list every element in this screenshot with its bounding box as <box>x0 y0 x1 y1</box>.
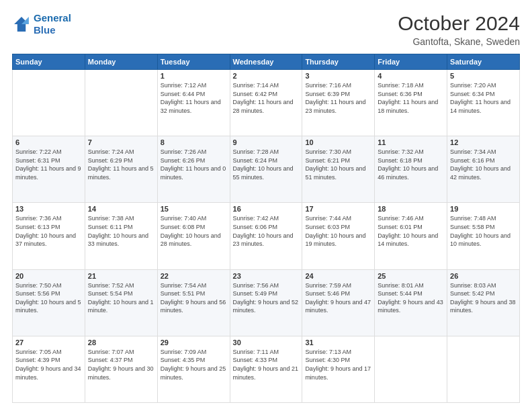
day-number: 8 <box>161 138 227 146</box>
day-cell: 18Sunrise: 7:46 AM Sunset: 6:01 PM Dayli… <box>375 203 447 269</box>
day-detail: Sunrise: 7:59 AM Sunset: 5:46 PM Dayligh… <box>305 281 371 315</box>
day-detail: Sunrise: 7:16 AM Sunset: 6:39 PM Dayligh… <box>305 81 371 115</box>
day-cell: 8Sunrise: 7:26 AM Sunset: 6:26 PM Daylig… <box>157 136 230 203</box>
day-number: 27 <box>15 338 82 347</box>
day-detail: Sunrise: 7:34 AM Sunset: 6:16 PM Dayligh… <box>450 148 517 181</box>
day-cell: 29Sunrise: 7:09 AM Sunset: 4:35 PM Dayli… <box>157 336 230 402</box>
day-number: 20 <box>15 272 82 280</box>
logo: General Blue <box>12 12 71 36</box>
day-detail: Sunrise: 7:14 AM Sunset: 6:42 PM Dayligh… <box>233 81 300 115</box>
day-detail: Sunrise: 7:12 AM Sunset: 6:44 PM Dayligh… <box>161 81 227 115</box>
logo-text: General Blue <box>34 12 71 36</box>
day-cell: 4Sunrise: 7:18 AM Sunset: 6:36 PM Daylig… <box>375 70 447 136</box>
day-detail: Sunrise: 7:26 AM Sunset: 6:26 PM Dayligh… <box>161 148 227 181</box>
day-detail: Sunrise: 7:18 AM Sunset: 6:36 PM Dayligh… <box>378 81 444 115</box>
day-number: 13 <box>15 205 82 213</box>
day-number: 12 <box>450 138 517 146</box>
day-cell <box>447 336 520 402</box>
day-cell: 24Sunrise: 7:59 AM Sunset: 5:46 PM Dayli… <box>302 269 375 336</box>
day-cell: 30Sunrise: 7:11 AM Sunset: 4:33 PM Dayli… <box>230 336 302 402</box>
day-detail: Sunrise: 7:20 AM Sunset: 6:34 PM Dayligh… <box>450 81 517 115</box>
day-detail: Sunrise: 7:54 AM Sunset: 5:51 PM Dayligh… <box>161 281 227 315</box>
day-number: 28 <box>88 338 154 347</box>
day-number: 10 <box>305 138 371 146</box>
day-cell: 16Sunrise: 7:42 AM Sunset: 6:06 PM Dayli… <box>230 203 302 269</box>
day-cell: 31Sunrise: 7:13 AM Sunset: 4:30 PM Dayli… <box>302 336 375 402</box>
day-cell: 6Sunrise: 7:22 AM Sunset: 6:31 PM Daylig… <box>13 136 85 203</box>
day-cell: 27Sunrise: 7:05 AM Sunset: 4:39 PM Dayli… <box>13 336 85 402</box>
day-cell: 15Sunrise: 7:40 AM Sunset: 6:08 PM Dayli… <box>157 203 230 269</box>
day-number: 22 <box>161 272 227 280</box>
day-detail: Sunrise: 7:52 AM Sunset: 5:54 PM Dayligh… <box>88 281 154 315</box>
day-detail: Sunrise: 7:24 AM Sunset: 6:29 PM Dayligh… <box>88 148 154 181</box>
day-cell: 2Sunrise: 7:14 AM Sunset: 6:42 PM Daylig… <box>230 70 302 136</box>
day-detail: Sunrise: 7:38 AM Sunset: 6:11 PM Dayligh… <box>88 214 154 248</box>
day-cell: 12Sunrise: 7:34 AM Sunset: 6:16 PM Dayli… <box>447 136 520 203</box>
week-row-5: 27Sunrise: 7:05 AM Sunset: 4:39 PM Dayli… <box>13 336 520 402</box>
col-tuesday: Tuesday <box>157 54 230 70</box>
day-cell: 5Sunrise: 7:20 AM Sunset: 6:34 PM Daylig… <box>447 70 520 136</box>
day-cell: 25Sunrise: 8:01 AM Sunset: 5:44 PM Dayli… <box>375 269 447 336</box>
day-cell: 11Sunrise: 7:32 AM Sunset: 6:18 PM Dayli… <box>375 136 447 203</box>
day-number: 4 <box>378 72 444 80</box>
page: General Blue October 2024 Gantofta, Skan… <box>0 0 532 411</box>
day-number: 1 <box>161 72 227 80</box>
day-detail: Sunrise: 7:36 AM Sunset: 6:13 PM Dayligh… <box>15 214 82 248</box>
week-row-1: 1Sunrise: 7:12 AM Sunset: 6:44 PM Daylig… <box>13 70 520 136</box>
day-number: 30 <box>233 338 300 347</box>
day-cell: 20Sunrise: 7:50 AM Sunset: 5:56 PM Dayli… <box>13 269 85 336</box>
day-detail: Sunrise: 7:22 AM Sunset: 6:31 PM Dayligh… <box>15 148 82 181</box>
day-number: 17 <box>305 205 371 213</box>
day-cell: 28Sunrise: 7:07 AM Sunset: 4:37 PM Dayli… <box>85 336 157 402</box>
week-row-3: 13Sunrise: 7:36 AM Sunset: 6:13 PM Dayli… <box>13 203 520 269</box>
day-cell: 3Sunrise: 7:16 AM Sunset: 6:39 PM Daylig… <box>302 70 375 136</box>
logo-icon <box>12 15 31 34</box>
day-detail: Sunrise: 7:32 AM Sunset: 6:18 PM Dayligh… <box>378 148 444 181</box>
day-cell: 23Sunrise: 7:56 AM Sunset: 5:49 PM Dayli… <box>230 269 302 336</box>
day-number: 18 <box>378 205 444 213</box>
day-cell <box>85 70 157 136</box>
day-number: 25 <box>378 272 444 280</box>
day-detail: Sunrise: 7:48 AM Sunset: 5:58 PM Dayligh… <box>450 214 517 248</box>
main-title: October 2024 <box>398 12 520 35</box>
day-number: 5 <box>450 72 517 80</box>
day-number: 26 <box>450 272 517 280</box>
day-cell: 9Sunrise: 7:28 AM Sunset: 6:24 PM Daylig… <box>230 136 302 203</box>
day-number: 24 <box>305 272 371 280</box>
day-cell: 10Sunrise: 7:30 AM Sunset: 6:21 PM Dayli… <box>302 136 375 203</box>
header-row: Sunday Monday Tuesday Wednesday Thursday… <box>13 54 520 70</box>
day-cell <box>375 336 447 402</box>
day-number: 3 <box>305 72 371 80</box>
day-detail: Sunrise: 7:46 AM Sunset: 6:01 PM Dayligh… <box>378 214 444 248</box>
day-cell: 13Sunrise: 7:36 AM Sunset: 6:13 PM Dayli… <box>13 203 85 269</box>
day-cell: 1Sunrise: 7:12 AM Sunset: 6:44 PM Daylig… <box>157 70 230 136</box>
day-number: 6 <box>15 138 82 146</box>
day-cell: 7Sunrise: 7:24 AM Sunset: 6:29 PM Daylig… <box>85 136 157 203</box>
day-cell <box>13 70 85 136</box>
day-detail: Sunrise: 7:30 AM Sunset: 6:21 PM Dayligh… <box>305 148 371 181</box>
day-detail: Sunrise: 7:50 AM Sunset: 5:56 PM Dayligh… <box>15 281 82 315</box>
day-detail: Sunrise: 7:13 AM Sunset: 4:30 PM Dayligh… <box>305 348 371 381</box>
day-detail: Sunrise: 7:42 AM Sunset: 6:06 PM Dayligh… <box>233 214 300 248</box>
week-row-2: 6Sunrise: 7:22 AM Sunset: 6:31 PM Daylig… <box>13 136 520 203</box>
day-detail: Sunrise: 7:09 AM Sunset: 4:35 PM Dayligh… <box>161 348 227 381</box>
day-detail: Sunrise: 7:44 AM Sunset: 6:03 PM Dayligh… <box>305 214 371 248</box>
calendar-table: Sunday Monday Tuesday Wednesday Thursday… <box>12 54 520 403</box>
day-cell: 19Sunrise: 7:48 AM Sunset: 5:58 PM Dayli… <box>447 203 520 269</box>
day-number: 14 <box>88 205 154 213</box>
day-detail: Sunrise: 7:28 AM Sunset: 6:24 PM Dayligh… <box>233 148 300 181</box>
header: General Blue October 2024 Gantofta, Skan… <box>12 12 520 47</box>
col-monday: Monday <box>85 54 157 70</box>
title-block: October 2024 Gantofta, Skane, Sweden <box>398 12 520 47</box>
day-detail: Sunrise: 7:05 AM Sunset: 4:39 PM Dayligh… <box>15 348 82 381</box>
day-number: 16 <box>233 205 300 213</box>
day-number: 9 <box>233 138 300 146</box>
day-number: 21 <box>88 272 154 280</box>
day-number: 23 <box>233 272 300 280</box>
day-detail: Sunrise: 7:11 AM Sunset: 4:33 PM Dayligh… <box>233 348 300 381</box>
col-sunday: Sunday <box>13 54 85 70</box>
subtitle: Gantofta, Skane, Sweden <box>398 36 520 47</box>
day-cell: 22Sunrise: 7:54 AM Sunset: 5:51 PM Dayli… <box>157 269 230 336</box>
week-row-4: 20Sunrise: 7:50 AM Sunset: 5:56 PM Dayli… <box>13 269 520 336</box>
day-number: 31 <box>305 338 371 347</box>
